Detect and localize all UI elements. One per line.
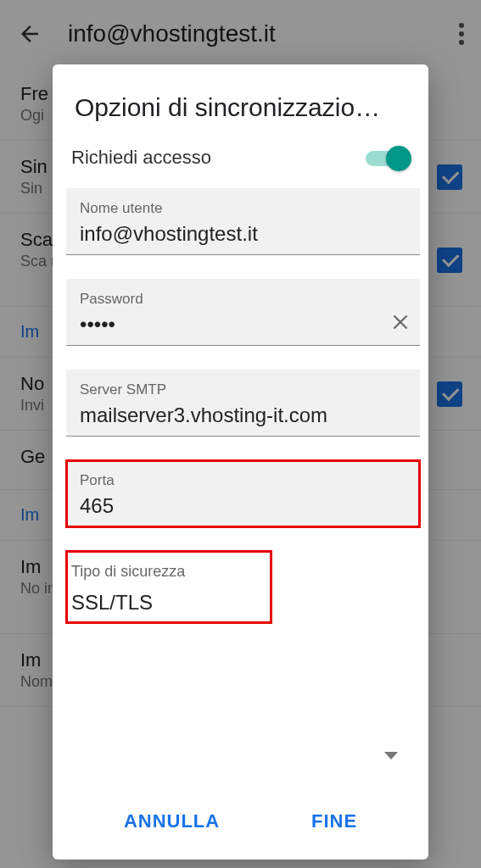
sync-options-dialog: Opzioni di sincronizzazio… Richiedi acce…: [53, 64, 428, 860]
dropdown-caret-icon[interactable]: [384, 752, 398, 760]
security-type-field[interactable]: Tipo di sicurezza SSL/TLS: [66, 551, 271, 623]
port-input[interactable]: [80, 494, 406, 518]
security-type-label: Tipo di sicurezza: [71, 563, 258, 581]
dialog-body: Richiedi accesso Nome utente Password Se…: [53, 139, 428, 788]
clear-password-icon[interactable]: [388, 309, 413, 335]
password-label: Password: [80, 291, 406, 308]
password-input[interactable]: [80, 313, 406, 337]
password-field[interactable]: Password: [66, 279, 420, 346]
dialog-title: Opzioni di sincronizzazio…: [53, 86, 428, 139]
username-label: Nome utente: [80, 200, 406, 217]
require-login-switch[interactable]: [366, 146, 410, 170]
require-login-row[interactable]: Richiedi accesso: [66, 139, 420, 188]
username-input[interactable]: [80, 222, 406, 246]
require-login-label: Richiedi accesso: [71, 147, 211, 169]
port-field[interactable]: Porta: [66, 460, 420, 527]
username-field[interactable]: Nome utente: [66, 188, 420, 255]
port-label: Porta: [80, 472, 406, 489]
smtp-server-input[interactable]: [80, 403, 406, 427]
done-button[interactable]: FINE: [294, 804, 374, 839]
security-type-value: SSL/TLS: [71, 591, 258, 615]
dialog-actions: ANNULLA FINE: [53, 788, 428, 860]
cancel-button[interactable]: ANNULLA: [107, 804, 237, 839]
smtp-server-label: Server SMTP: [80, 381, 406, 398]
smtp-server-field[interactable]: Server SMTP: [66, 370, 420, 437]
